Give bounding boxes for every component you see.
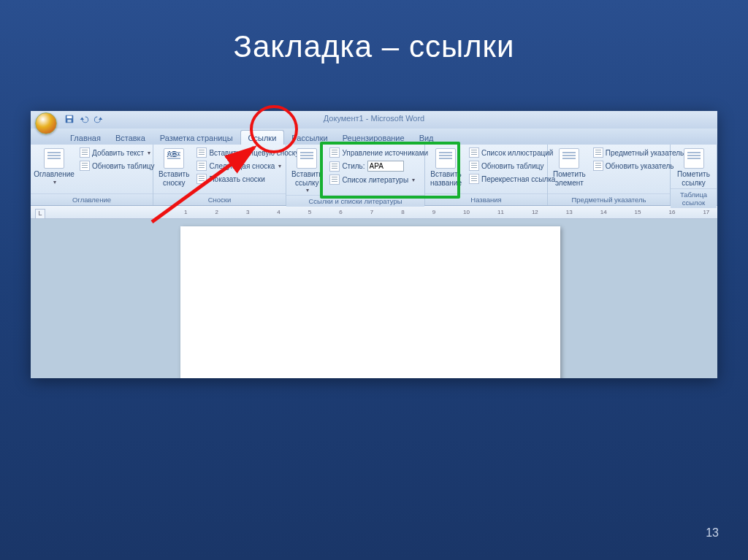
slide-page-number: 13 bbox=[706, 526, 719, 540]
style-input[interactable] bbox=[367, 161, 404, 172]
group-toc-label: Оглавление bbox=[31, 193, 153, 205]
horizontal-ruler[interactable]: 1234567891011121314151617 bbox=[31, 206, 717, 219]
ruler-corner: L bbox=[35, 209, 45, 219]
ribbon: Оглавление Добавить текст Обновить табли… bbox=[31, 145, 717, 206]
group-captions-label: Названия bbox=[425, 193, 547, 205]
ribbon-tabs: Главная Вставка Разметка страницы Ссылки… bbox=[31, 129, 717, 145]
insert-footnote-button[interactable]: AB¹Вставить сноску bbox=[157, 147, 191, 188]
group-toc: Оглавление Добавить текст Обновить табли… bbox=[31, 145, 153, 205]
group-toa: Пометить ссылку Таблица ссылок bbox=[671, 145, 717, 205]
tab-references[interactable]: Ссылки bbox=[240, 130, 285, 145]
document-page[interactable] bbox=[180, 226, 560, 378]
insert-citation-button[interactable]: Вставить ссылку bbox=[290, 147, 324, 195]
redo-icon[interactable] bbox=[94, 114, 104, 124]
tab-mailings[interactable]: Рассылки bbox=[284, 131, 335, 145]
tab-view[interactable]: Вид bbox=[412, 131, 441, 145]
document-area[interactable] bbox=[31, 219, 717, 378]
office-button[interactable] bbox=[35, 112, 57, 134]
manage-sources-button[interactable]: Управление источниками bbox=[327, 147, 431, 158]
mark-entry-button[interactable]: Пометить элемент bbox=[552, 147, 587, 188]
insert-caption-button[interactable]: Вставить название bbox=[429, 147, 463, 188]
add-text-button[interactable]: Добавить текст bbox=[77, 147, 158, 158]
group-citations-label: Ссылки и списки литературы bbox=[286, 195, 424, 207]
document-title: Документ1 - Microsoft Word bbox=[324, 114, 424, 123]
group-index: Пометить элемент Предметный указатель Об… bbox=[548, 145, 671, 205]
tab-home[interactable]: Главная bbox=[63, 131, 108, 145]
word-titlebar: Документ1 - Microsoft Word bbox=[31, 111, 717, 129]
tab-insert[interactable]: Вставка bbox=[108, 131, 153, 145]
tab-review[interactable]: Рецензирование bbox=[335, 131, 412, 145]
undo-icon[interactable] bbox=[79, 114, 89, 124]
save-icon[interactable] bbox=[64, 114, 75, 124]
group-captions: Вставить название Список иллюстраций Обн… bbox=[425, 145, 548, 205]
word-screenshot: Документ1 - Microsoft Word Главная Встав… bbox=[31, 111, 717, 378]
group-index-label: Предметный указатель bbox=[548, 193, 670, 205]
svg-rect-2 bbox=[67, 120, 71, 123]
mark-citation-button[interactable]: Пометить ссылку bbox=[674, 147, 713, 188]
bibliography-button[interactable]: Список литературы bbox=[327, 174, 431, 185]
slide-title: Закладка – ссылки bbox=[0, 29, 748, 64]
quick-access-toolbar bbox=[64, 114, 104, 124]
citation-style[interactable]: Стиль: bbox=[327, 160, 431, 172]
group-footnotes-label: Сноски bbox=[153, 193, 286, 205]
group-footnotes: AB¹Вставить сноску Вставить концевую сно… bbox=[153, 145, 286, 205]
table-of-figures-button[interactable]: Список иллюстраций bbox=[466, 147, 558, 158]
tab-page-layout[interactable]: Разметка страницы bbox=[153, 131, 240, 145]
group-toa-label: Таблица ссылок bbox=[671, 188, 717, 208]
cross-reference-button[interactable]: Перекрестная ссылка bbox=[466, 173, 558, 185]
toc-button[interactable]: Оглавление bbox=[34, 147, 74, 187]
group-citations: Вставить ссылку Управление источниками С… bbox=[286, 145, 425, 205]
update-table-button[interactable]: Обновить таблицу bbox=[77, 160, 158, 172]
update-figures-button[interactable]: Обновить таблицу bbox=[466, 160, 558, 172]
svg-rect-1 bbox=[67, 116, 72, 119]
